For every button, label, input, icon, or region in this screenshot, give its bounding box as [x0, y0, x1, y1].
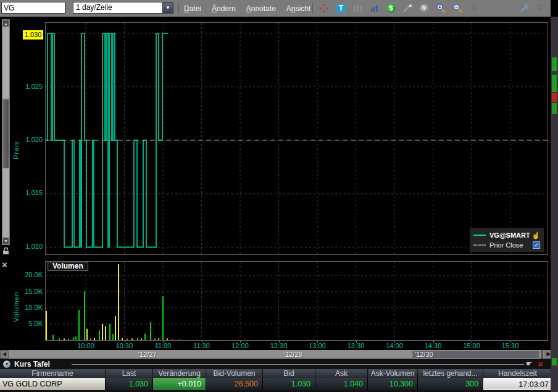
menu-bar: DateiÄndernAnnotateAnsicht: [184, 0, 310, 17]
column-header[interactable]: Last: [106, 369, 153, 378]
menu-item[interactable]: Ändern: [212, 4, 236, 13]
prior-close-checkbox[interactable]: ✓: [533, 241, 540, 249]
scroll-left-icon[interactable]: ◀: [0, 350, 9, 359]
settings-wrench-icon[interactable]: [519, 3, 530, 14]
time-label: 11:30: [193, 342, 210, 349]
column-header[interactable]: Firmenname: [0, 369, 106, 378]
kurs-tafel-panel: ▼ Kurs Tafel ☛ × Firmenname Last Verände…: [0, 359, 558, 392]
toolbar-separator: [178, 2, 179, 14]
date-label: '12/30: [415, 350, 433, 359]
column-header[interactable]: Bid-Volumen: [206, 369, 263, 378]
time-label: 10:00: [77, 342, 94, 349]
date-scrollbar[interactable]: ◀ ▶ '12/27'12/28'12/30: [0, 350, 554, 359]
drag-hand-icon[interactable]: ☛: [526, 359, 533, 368]
close-panel-icon[interactable]: ×: [538, 359, 543, 369]
timeframe-select[interactable]: 1 day/Zeile ▼: [73, 2, 173, 14]
bid-volumen-cell: 26,500: [206, 378, 263, 390]
last-cell: 1.030: [106, 378, 153, 390]
volume-ytick: 20.0K: [15, 271, 43, 278]
text-annotate-icon[interactable]: T: [336, 3, 346, 14]
prior-close-swatch: [473, 244, 486, 246]
time-label: 15:00: [463, 342, 480, 349]
panel-title: Kurs Tafel: [14, 360, 50, 369]
scrollbar-divider: [541, 350, 543, 359]
toolbar: 1 day/Zeile ▼ DateiÄndernAnnotateAnsicht…: [0, 0, 551, 17]
more-tools-icon[interactable]: ▼: [536, 3, 546, 14]
legend-series-row: VG@SMART ☝: [473, 230, 540, 240]
legend-reference-row: Prior Close ✓: [473, 240, 540, 250]
scroll-up-icon[interactable]: ▲: [2, 20, 9, 27]
kurs-tafel-header: ▼ Kurs Tafel ☛ ×: [0, 359, 558, 369]
column-header[interactable]: letztes gehand...: [418, 369, 483, 378]
price-zoom-scrollbar[interactable]: ▲ ▼: [2, 19, 10, 245]
veraenderung-cell: +0.010: [153, 378, 206, 390]
menu-item[interactable]: Annotate: [246, 4, 276, 13]
zoom-out-icon[interactable]: [452, 3, 463, 14]
last-price-tag: 1.030: [23, 30, 43, 40]
chart-legend: VG@SMART ☝ Prior Close ✓: [470, 228, 544, 252]
column-header[interactable]: Handelszeit: [483, 369, 552, 378]
price-ytick: 1.010: [15, 243, 43, 250]
prior-close-label: Prior Close: [489, 241, 533, 249]
quote-table-row[interactable]: VG GOLD CORP 1.030 +0.010 26,500 1.030 1…: [0, 378, 552, 390]
letztes-gehandelt-cell: 300: [418, 378, 483, 390]
column-header[interactable]: Veränderung: [153, 369, 206, 378]
price-plot[interactable]: [45, 22, 548, 255]
quote-table-header: Firmenname Last Veränderung Bid-Volumen …: [0, 369, 552, 378]
time-label: 14:00: [386, 342, 403, 349]
time-axis: 10:0010:3011:0011:3012:0012:3013:0013:30…: [0, 341, 558, 349]
time-label: 14:30: [425, 342, 442, 349]
collapse-panel-icon[interactable]: ▼: [3, 361, 10, 368]
crosshair-icon[interactable]: [469, 3, 480, 14]
ask-volumen-cell: 10,300: [368, 378, 418, 390]
series-label: VG@SMART: [489, 231, 531, 239]
volume-plot[interactable]: [45, 261, 548, 341]
toolbar-icons: T$▼▼: [319, 0, 546, 17]
handelszeit-cell: 17:03:07: [483, 378, 552, 390]
ask-cell: 1.040: [315, 378, 368, 390]
volume-pane-title: Volumen: [48, 262, 88, 271]
toolbar-separator: [312, 2, 313, 14]
volume-style-icon[interactable]: [369, 3, 380, 14]
date-label: '12/27: [138, 350, 157, 359]
close-pane-icon[interactable]: ×: [2, 259, 7, 270]
timeframe-value: 1 day/Zeile: [76, 3, 112, 12]
bid-cell: 1.030: [263, 378, 315, 390]
time-label: 13:30: [348, 342, 365, 349]
background-window-edge: [551, 17, 558, 392]
chevron-down-icon[interactable]: ▼: [162, 2, 173, 13]
price-axis-title: Preis: [12, 122, 20, 159]
time-label: 15:30: [502, 342, 519, 349]
bar-style-icon[interactable]: [352, 3, 363, 14]
scroll-down-icon[interactable]: ▼: [2, 237, 9, 244]
column-header[interactable]: Ask-Volumen: [368, 369, 418, 378]
price-ytick: 1.025: [15, 83, 43, 90]
drag-hand-icon[interactable]: ☝: [531, 231, 540, 240]
pan-icon[interactable]: [319, 3, 330, 14]
time-label: 13:00: [309, 342, 326, 349]
time-label: 10:30: [116, 342, 133, 349]
compress-spacing-icon[interactable]: [502, 3, 513, 14]
firmenname-cell: VG GOLD CORP: [0, 378, 106, 390]
scrollbar-thumb[interactable]: [2, 99, 9, 169]
column-header[interactable]: Bid: [263, 369, 315, 378]
trendline-menu-icon[interactable]: ▼: [419, 3, 430, 14]
dollar-icon[interactable]: $: [386, 3, 396, 14]
menu-item[interactable]: Ansicht: [286, 4, 310, 13]
column-header[interactable]: Ask: [315, 369, 368, 378]
expand-spacing-icon[interactable]: [486, 3, 496, 14]
volume-axis-title: Volumen: [12, 279, 20, 322]
chart-window: 1 day/Zeile ▼ DateiÄndernAnnotateAnsicht…: [0, 0, 558, 392]
header-divider: [72, 364, 524, 365]
price-ytick: 1.015: [15, 189, 43, 196]
time-label: 12:30: [270, 342, 288, 349]
symbol-input[interactable]: [1, 2, 65, 14]
zoom-in-icon[interactable]: [436, 3, 446, 14]
trendline-icon[interactable]: [402, 3, 413, 14]
time-label: 12:00: [231, 342, 249, 349]
time-label: 11:00: [155, 342, 172, 349]
menu-item[interactable]: Datei: [184, 4, 201, 13]
date-label: '12/28: [284, 350, 302, 359]
series-line-swatch: [473, 235, 486, 236]
